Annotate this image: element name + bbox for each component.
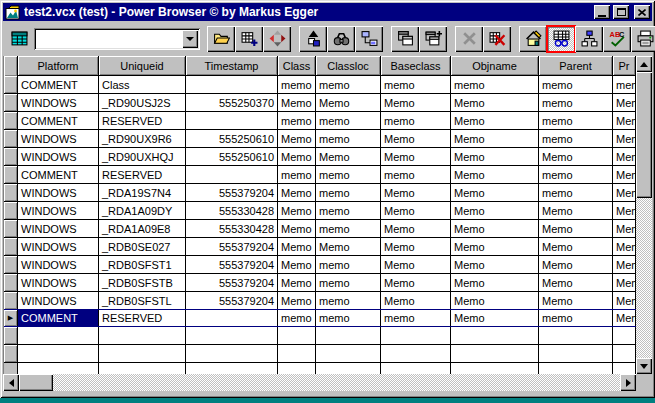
grid-cell-classloc[interactable]: memo <box>316 76 381 93</box>
grid-cell-timestamp[interactable]: 555250610 <box>186 130 278 147</box>
grid-cell-parent[interactable]: memo <box>539 76 613 93</box>
grid-cell-empty[interactable] <box>613 327 636 344</box>
goto-record-button[interactable] <box>355 26 383 52</box>
grid-cell-empty[interactable] <box>316 345 381 362</box>
row-header-cell[interactable] <box>4 220 18 237</box>
grid-cell-empty[interactable] <box>99 363 186 374</box>
grid-cell-timestamp[interactable]: 555330428 <box>186 202 278 219</box>
row-header-cell[interactable] <box>4 76 18 93</box>
grid-cell-classloc[interactable]: Memo <box>316 94 381 111</box>
minimize-button[interactable] <box>594 5 610 19</box>
grid-cell-empty[interactable] <box>539 327 613 344</box>
grid-cell-objname[interactable]: Memo <box>451 238 539 255</box>
grid-cell-timestamp[interactable]: 555330428 <box>186 220 278 237</box>
grid-cell-empty[interactable] <box>451 345 539 362</box>
grid-cell-pr[interactable]: Memo <box>613 184 636 201</box>
column-header-baseclass[interactable]: Baseclass <box>381 56 451 76</box>
grid-cell-objname[interactable]: Memo <box>451 310 539 326</box>
grid-cell-pr[interactable]: Memo <box>613 256 636 273</box>
grid-cell-pr[interactable]: Memo <box>613 292 636 309</box>
open-button[interactable] <box>207 26 235 52</box>
grid-cell-classloc[interactable]: Memo <box>316 148 381 165</box>
grid-cell-parent[interactable]: Memo <box>539 202 613 219</box>
column-header-platform[interactable]: Platform <box>18 56 99 76</box>
grid-cell-empty[interactable] <box>539 363 613 374</box>
grid-cell-class[interactable]: Memo <box>278 130 316 147</box>
grid-cell-class[interactable]: Memo <box>278 184 316 201</box>
grid-cell-uniqueid[interactable]: _RDB0SFST1 <box>99 256 186 273</box>
select-all-cell[interactable] <box>4 56 18 76</box>
horizontal-scroll-track[interactable] <box>53 374 620 391</box>
grid-cell-empty[interactable] <box>451 327 539 344</box>
grid-cell-classloc[interactable]: memo <box>316 220 381 237</box>
validate-button[interactable]: ABC <box>603 26 631 52</box>
vertical-scroll-thumb[interactable] <box>636 72 652 198</box>
memo-view-button[interactable] <box>547 26 575 52</box>
grid-cell-uniqueid[interactable]: _RDA19S7N4 <box>99 184 186 201</box>
grid-cell-classloc[interactable]: Memo <box>316 238 381 255</box>
grid-cell-empty[interactable] <box>381 363 451 374</box>
grid-cell-objname[interactable]: Memo <box>451 112 539 129</box>
grid-cell-uniqueid[interactable]: Class <box>99 76 186 93</box>
column-header-objname[interactable]: Objname <box>451 56 539 76</box>
grid-cell-empty[interactable] <box>316 327 381 344</box>
grid-cell-parent[interactable]: Memo <box>539 238 613 255</box>
grid-cell-parent[interactable]: Memo <box>539 274 613 291</box>
grid-cell-pr[interactable]: Memo <box>613 310 636 326</box>
grid-cell-class[interactable]: memo <box>278 166 316 183</box>
titlebar[interactable]: test2.vcx (test) - Power Browser © by Ma… <box>3 3 652 21</box>
grid-cell-platform[interactable]: COMMENT <box>18 310 99 326</box>
grid-cell-uniqueid[interactable]: RESERVED <box>99 166 186 183</box>
grid-cell-baseclass[interactable]: Memo <box>381 94 451 111</box>
grid-cell-classloc[interactable]: memo <box>316 202 381 219</box>
grid-cell-empty[interactable] <box>186 345 278 362</box>
row-header-cell[interactable] <box>4 238 18 255</box>
grid-cell-baseclass[interactable]: Memo <box>381 148 451 165</box>
horizontal-scroll-thumb[interactable] <box>19 374 53 391</box>
grid-cell-class[interactable]: Memo <box>278 292 316 309</box>
vertical-scroll-track[interactable] <box>636 198 652 358</box>
grid-cell-empty[interactable] <box>613 345 636 362</box>
grid-cell-platform[interactable]: WINDOWS <box>18 148 99 165</box>
vertical-scrollbar[interactable] <box>636 56 652 374</box>
grid-cell-platform[interactable]: WINDOWS <box>18 130 99 147</box>
grid-cell-platform[interactable]: WINDOWS <box>18 274 99 291</box>
grid-cell-classloc[interactable]: memo <box>316 310 381 326</box>
grid-cell-empty[interactable] <box>278 363 316 374</box>
grid-cell-objname[interactable]: Memo <box>451 274 539 291</box>
grid-cell-parent[interactable]: memo <box>539 130 613 147</box>
grid-cell-class[interactable]: Memo <box>278 256 316 273</box>
column-header-classloc[interactable]: Classloc <box>316 56 381 76</box>
grid-cell-baseclass[interactable]: Memo <box>381 292 451 309</box>
grid-cell-uniqueid[interactable]: _RDB0SE027 <box>99 238 186 255</box>
grid-cell-objname[interactable]: memo <box>451 76 539 93</box>
grid-cell-baseclass[interactable]: memo <box>381 310 451 326</box>
grid-cell-baseclass[interactable]: Memo <box>381 202 451 219</box>
row-header-cell[interactable] <box>4 112 18 129</box>
row-header-cell[interactable] <box>4 256 18 273</box>
grid-cell-parent[interactable]: memo <box>539 112 613 129</box>
grid-cell-platform[interactable]: WINDOWS <box>18 202 99 219</box>
grid-cell-classloc[interactable]: memo <box>316 184 381 201</box>
row-header-cell[interactable] <box>4 345 18 362</box>
column-header-pr[interactable]: Pr <box>613 56 636 76</box>
grid-cell-baseclass[interactable]: Memo <box>381 220 451 237</box>
grid-cell-classloc[interactable]: memo <box>316 274 381 291</box>
grid-cell-empty[interactable] <box>186 327 278 344</box>
scroll-down-button[interactable] <box>636 358 652 374</box>
maximize-button[interactable] <box>613 5 629 19</box>
grid-cell-timestamp[interactable] <box>186 112 278 129</box>
grid-cell-uniqueid[interactable]: _RDA1A09E8 <box>99 220 186 237</box>
grid-cell-objname[interactable]: Memo <box>451 166 539 183</box>
grid-cell-classloc[interactable]: memo <box>316 112 381 129</box>
grid-cell-objname[interactable]: Memo <box>451 184 539 201</box>
column-header-timestamp[interactable]: Timestamp <box>186 56 278 76</box>
grid-cell-platform[interactable]: WINDOWS <box>18 292 99 309</box>
column-header-class[interactable]: Class <box>278 56 316 76</box>
grid-cell-uniqueid[interactable]: _RD90USJ2S <box>99 94 186 111</box>
grid-cell-timestamp[interactable] <box>186 76 278 93</box>
grid-cell-baseclass[interactable]: Memo <box>381 256 451 273</box>
grid-cell-platform[interactable]: COMMENT <box>18 76 99 93</box>
grid-cell-pr[interactable]: Memo <box>613 166 636 183</box>
grid-cell-pr[interactable]: Memo <box>613 94 636 111</box>
